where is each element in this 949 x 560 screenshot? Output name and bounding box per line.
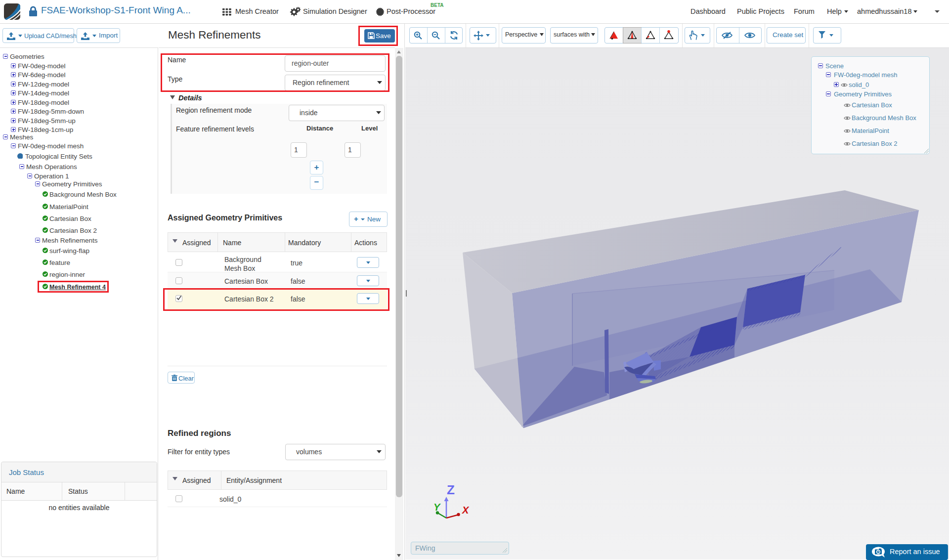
svg-text:Y: Y bbox=[433, 502, 441, 513]
svg-text:X: X bbox=[462, 505, 470, 516]
svg-text:Z: Z bbox=[447, 482, 455, 497]
